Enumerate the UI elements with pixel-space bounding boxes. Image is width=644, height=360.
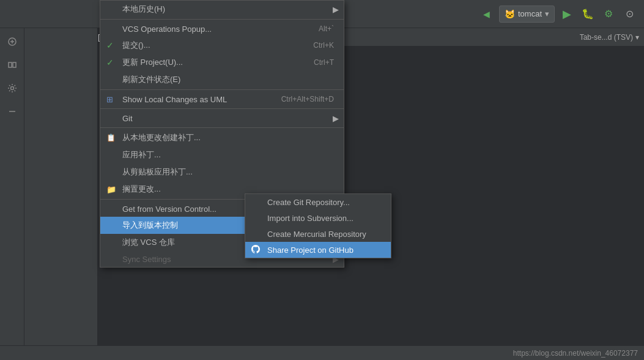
menu-label-apply-patch: 应用补丁... [122, 149, 161, 160]
tab-separator-label: Tab-se...d (TSV) [580, 33, 633, 42]
menu-label-get-vcs: Get from Version Control... [122, 204, 217, 214]
status-bar: https://blog.csdn.net/weixin_46072377 [0, 345, 644, 360]
debug-button[interactable]: 🐛 [579, 6, 596, 23]
menu-label-browse-vcs: 浏览 VCS 仓库 [122, 237, 175, 248]
sidebar-minimize-icon[interactable] [4, 103, 21, 120]
menu-label-sync-settings: Sync Settings [122, 255, 171, 264]
submenu-item-create-git[interactable]: Create Git Repository... [245, 194, 391, 210]
menu-label-apply-clipboard-patch: 从剪贴板应用补丁... [122, 167, 193, 178]
sidebar-split-icon[interactable] [4, 56, 21, 73]
menu-item-git[interactable]: Git ▶ [100, 110, 344, 126]
menu-item-create-patch[interactable]: 📋 从本地更改创建补丁... [100, 129, 344, 146]
submenu-label-create-mercurial: Create Mercurial Repository [267, 230, 366, 239]
run-button[interactable] [558, 6, 576, 23]
sidebar-expand-icon[interactable] [4, 33, 21, 50]
status-url: https://blog.csdn.net/weixin_46072377 [513, 349, 638, 358]
coverage-icon: ⚙ [604, 8, 613, 20]
svg-point-5 [10, 87, 13, 90]
expand-svg-icon [7, 37, 17, 47]
sidebar-icons [0, 28, 24, 360]
sidebar-settings-icon[interactable] [4, 80, 21, 97]
menu-label-commit: 提交()... [122, 40, 150, 51]
menu-item-apply-patch[interactable]: 应用补丁... [100, 146, 344, 163]
shortcut-vcs-popup: Alt+` [306, 24, 334, 33]
settings-svg-icon [7, 83, 17, 93]
separator-2 [100, 89, 344, 90]
svg-rect-4 [13, 62, 16, 67]
back-button[interactable] [478, 6, 495, 23]
tomcat-dropdown[interactable]: 🐱 tomcat ▾ [499, 6, 555, 23]
submenu-import-vcs: Create Git Repository... Import into Sub… [245, 193, 391, 258]
menu-item-apply-clipboard-patch[interactable]: 从剪贴板应用补丁... [100, 163, 344, 181]
profile-button[interactable]: ⊙ [621, 6, 638, 23]
shortcut-update: Ctrl+T [302, 58, 334, 67]
submenu-label-share-github: Share Project on GitHub [267, 246, 353, 255]
profile-icon: ⊙ [626, 8, 634, 20]
tab-dropdown-arrow[interactable]: ▾ [635, 33, 639, 42]
menu-label-import-vcs: 导入到版本控制 [122, 220, 178, 231]
menu-label-refresh: 刷新文件状态(E) [122, 74, 180, 85]
tomcat-arrow-icon: ▾ [545, 9, 549, 18]
submenu-item-import-svn[interactable]: Import into Subversion... [245, 210, 391, 226]
debug-icon: 🐛 [582, 8, 594, 20]
separator-1 [100, 19, 344, 20]
arrow-icon-local-history: ▶ [333, 5, 339, 14]
submenu-item-share-github[interactable]: Share Project on GitHub [245, 242, 391, 258]
menu-label-create-patch: 从本地更改创建补丁... [122, 132, 201, 143]
svg-rect-3 [9, 62, 12, 67]
tomcat-icon: 🐱 [505, 9, 515, 19]
github-icon [251, 245, 260, 255]
menu-item-local-history[interactable]: 本地历史(H) ▶ [100, 1, 344, 18]
left-sidebar [0, 28, 98, 360]
check-icon-update: ✓ [106, 58, 114, 67]
menu-label-vcs-popup: VCS Operations Popup... [122, 24, 212, 34]
coverage-button[interactable]: ⚙ [600, 6, 617, 23]
back-icon [483, 9, 490, 20]
shelf-icon: 📁 [106, 185, 116, 194]
uml-icon: ⊞ [106, 95, 113, 104]
shortcut-commit: Ctrl+K [301, 41, 334, 50]
arrow-icon-git: ▶ [333, 114, 339, 123]
tomcat-label: tomcat [518, 9, 542, 18]
menu-item-refresh[interactable]: 刷新文件状态(E) [100, 71, 344, 88]
submenu-label-import-svn: Import into Subversion... [267, 214, 353, 223]
menu-item-show-uml[interactable]: ⊞ Show Local Changes as UML Ctrl+Alt+Shi… [100, 91, 344, 107]
run-icon [563, 7, 571, 21]
separator-3 [100, 108, 344, 109]
submenu-item-create-mercurial[interactable]: Create Mercurial Repository [245, 226, 391, 242]
minimize-svg-icon [7, 107, 17, 116]
check-icon-commit: ✓ [106, 40, 114, 50]
menu-item-commit[interactable]: ✓ 提交()... Ctrl+K [100, 37, 344, 54]
shortcut-uml: Ctrl+Alt+Shift+D [269, 95, 334, 103]
menu-label-local-history: 本地历史(H) [122, 4, 165, 15]
menu-item-update-project[interactable]: ✓ 更新 Project(U)... Ctrl+T [100, 54, 344, 71]
patch-icon: 📋 [106, 133, 116, 142]
menu-item-vcs-popup[interactable]: VCS Operations Popup... Alt+` [100, 21, 344, 37]
separator-4 [100, 127, 344, 128]
menu-label-show-uml: Show Local Changes as UML [122, 95, 227, 104]
menu-label-update-project: 更新 Project(U)... [122, 57, 183, 68]
menu-label-git: Git [122, 114, 133, 123]
submenu-label-create-git: Create Git Repository... [267, 198, 350, 207]
tab-right-area: Tab-se...d (TSV) ▾ [580, 28, 644, 47]
menu-label-shelf: 搁置更改... [122, 184, 161, 195]
split-svg-icon [7, 60, 17, 70]
